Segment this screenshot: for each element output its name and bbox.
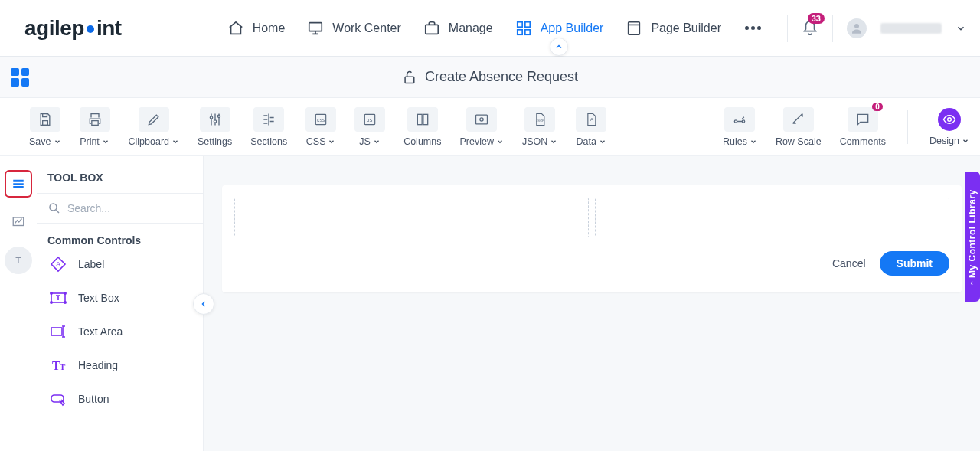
eye-icon [938, 108, 961, 131]
svg-text:A: A [590, 116, 593, 121]
ruler-icon [783, 107, 814, 132]
svg-point-10 [214, 119, 216, 122]
svg-point-9 [210, 116, 212, 118]
svg-point-19 [480, 117, 483, 120]
toolbar-save[interactable]: Save [29, 107, 61, 147]
control-textbox[interactable]: Text Box [47, 288, 192, 308]
label-icon: A [47, 254, 69, 274]
toolbar-css[interactable]: CSS CSS [305, 107, 336, 147]
toolbox-title: TOOL BOX [37, 156, 203, 194]
monitor-icon [306, 19, 325, 38]
briefcase-icon [423, 19, 441, 38]
nav-app-builder[interactable]: App Builder [514, 19, 604, 38]
nav-caret-up-icon[interactable] [550, 38, 568, 56]
home-icon [227, 19, 245, 38]
svg-point-23 [743, 119, 745, 122]
nav-manage[interactable]: Manage [423, 19, 493, 38]
rail-toolbox-tab[interactable] [5, 170, 32, 198]
toolbar-data[interactable]: A Data [576, 107, 606, 147]
svg-rect-36 [51, 328, 62, 335]
submit-button[interactable]: Submit [880, 251, 949, 276]
nav-page-builder-label: Page Builder [651, 21, 721, 35]
page-title: Create Absence Request [425, 69, 578, 85]
svg-point-32 [51, 292, 52, 294]
svg-rect-27 [13, 186, 24, 188]
json-icon: JSON [524, 107, 555, 132]
toolbar-comments[interactable]: 0 Comments [840, 107, 886, 147]
control-label[interactable]: A Label [47, 254, 192, 274]
drop-cell-right[interactable] [595, 198, 949, 237]
svg-rect-2 [517, 21, 521, 26]
toolbar-preview[interactable]: Preview [459, 107, 503, 147]
toolbar-rules[interactable]: Rules [723, 107, 757, 147]
data-icon: A [576, 107, 606, 132]
dot-icon [745, 26, 749, 30]
nav-manage-label: Manage [449, 21, 493, 35]
divider [832, 15, 833, 42]
nav-app-builder-label: App Builder [541, 21, 604, 35]
nav-home-label: Home [253, 21, 286, 35]
divider [907, 110, 908, 144]
js-icon: JS [354, 107, 385, 132]
svg-rect-5 [524, 29, 529, 34]
print-icon [80, 107, 110, 132]
form-canvas[interactable]: Cancel Submit [222, 185, 962, 292]
notifications-button[interactable]: 33 [802, 19, 818, 38]
toolbar-json[interactable]: JSON JSON [522, 107, 557, 147]
chevron-left-icon: ‹ [971, 278, 974, 286]
toolbar-print[interactable]: Print [80, 107, 110, 147]
textbox-icon [47, 288, 69, 308]
toolbar-columns[interactable]: Columns [403, 107, 441, 147]
control-button[interactable]: Button [47, 389, 192, 409]
svg-rect-8 [405, 77, 414, 83]
save-icon [30, 107, 60, 132]
button-icon [47, 389, 69, 409]
apps-button[interactable] [11, 68, 29, 87]
svg-point-34 [51, 302, 52, 303]
svg-rect-3 [524, 21, 529, 26]
toolbar-row-scale[interactable]: Row Scale [776, 107, 822, 147]
page-icon [625, 19, 643, 38]
svg-text:JS: JS [368, 117, 373, 122]
svg-point-33 [64, 292, 66, 294]
drop-cell-left[interactable] [234, 198, 589, 237]
nav-page-builder[interactable]: Page Builder [625, 19, 721, 38]
toolbar-sections[interactable]: Sections [250, 107, 287, 147]
cancel-button[interactable]: Cancel [832, 257, 866, 270]
toolbar-design[interactable]: Design [929, 108, 969, 146]
rail-text-tab[interactable] [5, 247, 32, 274]
my-control-library-tab[interactable]: ‹ My Control Library [965, 172, 980, 302]
toolbar-settings[interactable]: Settings [198, 107, 232, 147]
nav-work-center[interactable]: Work Center [306, 19, 401, 38]
control-heading[interactable]: TT Heading [47, 355, 192, 375]
svg-point-22 [735, 119, 737, 122]
unlock-icon [402, 70, 417, 85]
collapse-toolbox-handle[interactable] [193, 293, 214, 315]
nav-more-button[interactable] [743, 26, 763, 30]
svg-rect-6 [629, 21, 640, 34]
dot-icon [757, 26, 761, 30]
toolbar-clipboard[interactable]: Clipboard [129, 107, 180, 147]
svg-text:JSON: JSON [536, 119, 544, 123]
logo-text-b: int [96, 16, 122, 41]
heading-icon: TT [47, 355, 69, 375]
user-menu-chevron[interactable] [956, 23, 966, 34]
user-avatar[interactable] [847, 18, 867, 38]
comments-count-badge: 0 [872, 103, 883, 111]
toolbar-js[interactable]: JS JS [354, 107, 385, 147]
sections-icon [253, 107, 284, 132]
rail-chart-tab[interactable] [5, 208, 32, 236]
svg-text:A: A [56, 260, 60, 268]
username [880, 23, 942, 34]
notification-count-badge: 33 [808, 13, 825, 24]
divider [787, 15, 788, 42]
svg-rect-16 [417, 114, 422, 124]
toolbox-section-title: Common Controls [37, 224, 203, 254]
sliders-icon [200, 107, 230, 132]
toolbox-search-input[interactable] [67, 202, 201, 214]
svg-rect-0 [309, 22, 322, 31]
svg-point-29 [50, 204, 57, 211]
control-textarea[interactable]: Text Area [47, 322, 192, 342]
svg-point-24 [948, 117, 952, 121]
nav-home[interactable]: Home [227, 19, 286, 38]
